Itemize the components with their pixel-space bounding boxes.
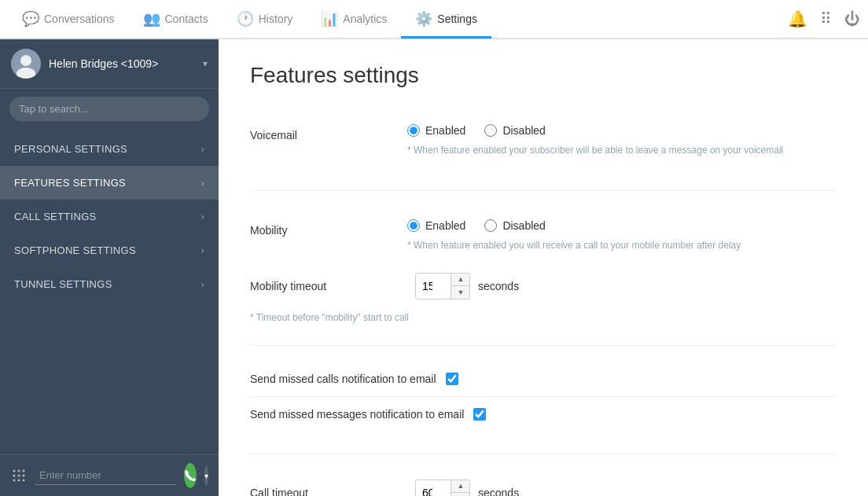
phone-number-input[interactable] xyxy=(35,466,176,485)
voicemail-disabled-option[interactable]: Disabled xyxy=(484,124,545,137)
chevron-right-icon: › xyxy=(201,144,204,155)
call-timeout-arrows: ▲ ▼ xyxy=(451,480,470,496)
conversations-icon: 💬 xyxy=(22,10,39,28)
mobility-timeout-decrement[interactable]: ▼ xyxy=(451,286,470,299)
voicemail-row: Voicemail Enabled Disabled * When featur… xyxy=(250,112,837,168)
nav-right-icons: 🔔 ⠿ ⏻ xyxy=(788,9,860,28)
power-icon[interactable]: ⏻ xyxy=(844,10,860,28)
settings-icon: ⚙️ xyxy=(415,10,432,28)
nav-analytics[interactable]: 📊 Analytics xyxy=(307,1,401,39)
mobility-enabled-label: Enabled xyxy=(425,219,465,232)
call-timeout-seconds-label: seconds xyxy=(478,487,519,496)
chevron-right-icon: › xyxy=(201,245,204,256)
nav-contacts[interactable]: 👥 Contacts xyxy=(129,1,223,39)
svg-point-6 xyxy=(13,475,16,477)
voicemail-section: Voicemail Enabled Disabled * When featur… xyxy=(250,112,837,191)
mobility-disabled-label: Disabled xyxy=(502,219,545,232)
page-title: Features settings xyxy=(250,63,837,88)
call-timeout-section: Call timeout 60 ▲ ▼ seconds * Timeout to… xyxy=(250,470,837,496)
mobility-label: Mobility xyxy=(250,219,407,237)
grid-icon[interactable]: ⠿ xyxy=(820,9,832,28)
sidebar-footer: ▾ xyxy=(0,454,219,496)
search-input[interactable] xyxy=(9,97,209,121)
top-navigation: 💬 Conversations 👥 Contacts 🕐 History 📊 A… xyxy=(0,0,868,39)
call-timeout-row: Call timeout 60 ▲ ▼ seconds xyxy=(250,470,837,496)
missed-messages-checkbox[interactable] xyxy=(473,408,486,421)
mobility-enabled-radio[interactable] xyxy=(407,219,420,232)
mobility-timeout-hint: * Timeout before "mobility" start to cal… xyxy=(250,312,837,323)
main-content: Features settings Voicemail Enabled Disa… xyxy=(219,39,868,496)
nav-settings-label: Settings xyxy=(437,13,477,25)
mobility-hint: * When feature enabled you will receive … xyxy=(407,240,741,251)
notifications-icon[interactable]: 🔔 xyxy=(788,9,807,28)
svg-point-1 xyxy=(20,55,31,66)
sidebar-item-tunnel[interactable]: Tunnel Settings › xyxy=(0,267,219,301)
sidebar-item-features[interactable]: Features Settings › xyxy=(0,166,219,200)
history-icon: 🕐 xyxy=(237,10,254,28)
mobility-control: Enabled Disabled * When feature enabled … xyxy=(407,219,741,251)
contacts-icon: 👥 xyxy=(143,10,160,28)
voicemail-label: Voicemail xyxy=(250,124,407,141)
voicemail-control: Enabled Disabled * When feature enabled … xyxy=(407,124,783,156)
svg-point-11 xyxy=(23,479,25,482)
missed-messages-row: Send missed messages notification to ema… xyxy=(250,397,837,432)
mobility-row: Mobility Enabled Disabled * When feature… xyxy=(250,207,837,263)
dialpad-button[interactable] xyxy=(11,463,27,488)
user-name: Helen Bridges <1009> xyxy=(49,57,158,70)
mobility-timeout-seconds-label: seconds xyxy=(478,280,519,292)
mobility-timeout-input[interactable]: 15 xyxy=(416,275,451,297)
user-chevron-icon: ▾ xyxy=(203,58,208,69)
call-timeout-label: Call timeout xyxy=(250,487,407,496)
voicemail-disabled-radio[interactable] xyxy=(484,124,497,137)
missed-calls-checkbox[interactable] xyxy=(446,373,458,385)
chevron-right-icon: › xyxy=(201,178,204,189)
nav-conversations[interactable]: 💬 Conversations xyxy=(8,1,129,39)
analytics-icon: 📊 xyxy=(321,10,338,28)
user-header[interactable]: Helen Bridges <1009> ▾ xyxy=(0,39,219,89)
svg-point-5 xyxy=(23,470,25,472)
missed-calls-row: Send missed calls notification to email xyxy=(250,362,837,397)
chevron-down-icon: ▾ xyxy=(204,472,208,480)
sidebar-item-personal[interactable]: Personal Settings › xyxy=(0,132,219,166)
svg-point-9 xyxy=(13,479,16,482)
nav-history-label: History xyxy=(259,13,293,25)
phone-options-button[interactable]: ▾ xyxy=(204,465,208,486)
mobility-timeout-section: Mobility timeout 15 ▲ ▼ seconds * Timeou… xyxy=(250,263,837,323)
svg-point-8 xyxy=(23,475,25,477)
main-layout: Helen Bridges <1009> ▾ Personal Settings… xyxy=(0,39,868,496)
chevron-right-icon: › xyxy=(201,279,204,290)
svg-point-3 xyxy=(13,470,16,472)
missed-messages-label: Send missed messages notification to ema… xyxy=(250,408,464,421)
call-button[interactable] xyxy=(184,463,197,488)
voicemail-enabled-label: Enabled xyxy=(425,124,465,137)
voicemail-enabled-radio[interactable] xyxy=(407,124,420,137)
svg-point-10 xyxy=(18,479,20,482)
mobility-disabled-radio[interactable] xyxy=(484,219,497,232)
chevron-right-icon: › xyxy=(201,211,204,222)
nav-contacts-label: Contacts xyxy=(165,13,208,25)
mobility-enabled-option[interactable]: Enabled xyxy=(407,219,465,232)
call-timeout-decrement[interactable]: ▼ xyxy=(451,493,470,496)
call-timeout-increment[interactable]: ▲ xyxy=(451,480,470,493)
mobility-timeout-arrows: ▲ ▼ xyxy=(451,274,470,299)
notifications-section: Send missed calls notification to email … xyxy=(250,362,837,454)
mobility-timeout-row: Mobility timeout 15 ▲ ▼ seconds xyxy=(250,263,837,309)
mobility-disabled-option[interactable]: Disabled xyxy=(484,219,545,232)
voicemail-enabled-option[interactable]: Enabled xyxy=(407,124,465,137)
nav-analytics-label: Analytics xyxy=(343,13,387,25)
mobility-section: Mobility Enabled Disabled * When feature… xyxy=(250,207,837,346)
nav-settings[interactable]: ⚙️ Settings xyxy=(401,1,491,39)
call-timeout-input[interactable]: 60 xyxy=(416,482,451,496)
avatar xyxy=(11,49,41,79)
sidebar-item-softphone[interactable]: Softphone Settings › xyxy=(0,233,219,267)
mobility-timeout-spinner: 15 ▲ ▼ xyxy=(415,273,470,299)
voicemail-radio-group: Enabled Disabled xyxy=(407,124,783,137)
svg-point-7 xyxy=(18,475,20,477)
svg-point-4 xyxy=(18,470,20,472)
sidebar-menu: Personal Settings › Features Settings › … xyxy=(0,129,219,454)
nav-history[interactable]: 🕐 History xyxy=(223,1,307,39)
missed-calls-label: Send missed calls notification to email xyxy=(250,373,436,385)
mobility-radio-group: Enabled Disabled xyxy=(407,219,741,232)
mobility-timeout-increment[interactable]: ▲ xyxy=(451,274,470,286)
sidebar-item-call[interactable]: Call Settings › xyxy=(0,200,219,233)
